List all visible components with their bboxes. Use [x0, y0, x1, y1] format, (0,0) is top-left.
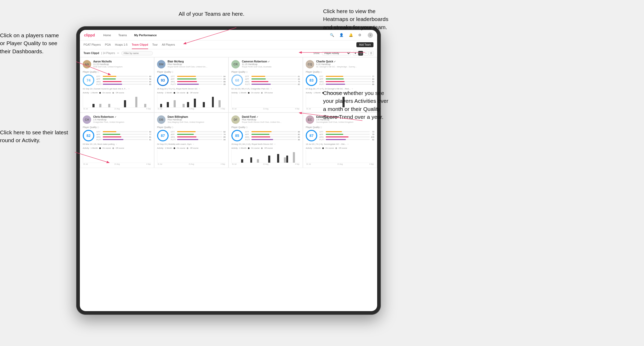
stat-arg-value: 81 [149, 136, 151, 138]
subnav-team-clippd[interactable]: Team Clippd [132, 40, 148, 49]
chart-label-mid: 21 Aug [189, 163, 194, 165]
activity-title: Activity · 1 Month [306, 92, 321, 94]
subnav-pgat[interactable]: PGAT Players [84, 40, 101, 49]
quality-circle[interactable]: 85 [231, 130, 243, 141]
filter-view-btn[interactable]: ▿ [363, 51, 368, 56]
show-select[interactable]: Player Activity Quality Score Trend [322, 51, 351, 55]
chart-labels: 31 Jul 21 Aug 4 Sep [83, 108, 151, 110]
chart-label-mid: 21 Aug [337, 163, 343, 165]
bell-icon[interactable]: 🔔 [349, 33, 353, 37]
quality-section: 83 OTT 77 APP 80 ARG 83 PUTT 86 [306, 74, 374, 86]
stat-app-bar [251, 78, 297, 79]
card-header: DB Dave Billingham Plus Handicap Soq Mag… [157, 115, 226, 124]
stat-arg-label: ARG [245, 136, 250, 138]
player-card-1[interactable]: BM Blair McHarg Plus Handicap Royal Nort… [154, 57, 228, 113]
player-club: Royal North Devon Golf Club, United Kin.… [242, 121, 300, 123]
chart-area [157, 150, 226, 163]
card-info: Blair McHarg Plus Handicap Royal North D… [168, 60, 226, 68]
stat-putt-value: 85 [149, 83, 151, 86]
legend-on-dot [174, 92, 175, 94]
player-avatar: DB [157, 115, 165, 124]
nav-my-performance[interactable]: My Performance [133, 34, 158, 37]
chart-label-start: 31 Jul [232, 163, 236, 165]
filter-input[interactable] [121, 51, 153, 55]
add-team-button[interactable]: Add Team [356, 42, 373, 47]
latest-round[interactable]: 04 Sep 23 | Mobility with coach, Gym → [157, 143, 226, 145]
player-club: St. George's Hill GC - Weybridge - Surre… [316, 66, 374, 68]
player-card-2[interactable]: CR Cameron Robertson ✓ 11.15 Handicap Ro… [228, 57, 303, 113]
player-card-6[interactable]: DF David Ford ✓ Plus Handicap Royal Nort… [228, 113, 303, 168]
player-card-4[interactable]: CH Chris Robertson ✓ 1-5 Handicap Craigm… [80, 113, 154, 168]
edit-icon[interactable]: ✏ [117, 52, 119, 55]
latest-round[interactable]: 03 Mar 23 | 19, Must make putting → [83, 143, 151, 145]
search-icon[interactable]: 🔍 [330, 33, 334, 37]
latest-round[interactable]: 26 Aug 23 | 84 (+12), Royal North Devon … [231, 143, 300, 145]
subnav-tour[interactable]: Tour [152, 40, 158, 49]
stat-app-bar [326, 78, 371, 79]
latest-round[interactable]: 18 Jul 23 | 74 (+4), Sunningdale GC - Ol… [306, 143, 374, 145]
stat-putt-bar [177, 139, 222, 140]
nav-home[interactable]: Home [102, 34, 112, 37]
stat-putt-bar [103, 84, 148, 85]
player-avatar: CR [231, 60, 240, 68]
quality-circle[interactable]: 74 [83, 74, 94, 86]
player-card-5[interactable]: DB Dave Billingham Plus Handicap Soq Mag… [154, 113, 228, 168]
player-name[interactable]: Aaron Nicholls [93, 60, 151, 63]
stat-putt-bar [326, 84, 371, 85]
quality-circle[interactable]: 87 [306, 130, 317, 141]
stat-app-bar [326, 134, 370, 135]
profile-icon[interactable]: 👤 [339, 33, 344, 37]
stat-arg-label: ARG [171, 81, 176, 83]
stat-arg-bar [251, 81, 297, 82]
list-view-btn[interactable]: ☰ [369, 51, 373, 56]
player-club: Sunningdale Golf Club, United Kingdom [316, 121, 374, 123]
stat-putt-label: PUTT [171, 83, 176, 86]
legend-off-dot [187, 92, 188, 94]
legend-off-dot [261, 92, 263, 94]
stat-arg-value: 85 [224, 136, 226, 138]
stat-app-label: APP [96, 78, 102, 80]
stat-putt-bar [251, 84, 297, 85]
quality-circle[interactable]: 93 [157, 74, 169, 86]
settings-icon[interactable]: ⚙ [358, 33, 362, 37]
quality-circle[interactable]: 82 [83, 130, 94, 141]
subnav-pga[interactable]: PGA [105, 40, 111, 49]
team-count: | 14 Players [101, 52, 115, 55]
quality-circle[interactable]: 83 [306, 74, 317, 86]
quality-circle[interactable]: 87 [157, 130, 169, 141]
quality-circle[interactable]: 68 [231, 74, 243, 86]
player-name[interactable]: Chris Robertson ✓ [93, 115, 151, 118]
activity-header: Activity · 1 Month On course Off course [83, 147, 151, 149]
grid-view-btn[interactable]: ■ [353, 51, 358, 56]
stat-arg-bar [326, 81, 371, 82]
stat-putt-label: PUTT [245, 83, 250, 86]
stat-ott-bar [177, 76, 222, 77]
card-info: Cameron Robertson ✓ 11.15 Handicap Royal… [242, 60, 300, 68]
card-view-btn[interactable]: ◫ [358, 51, 363, 56]
player-name[interactable]: Blair McHarg [168, 60, 226, 63]
round-text: 03 Mar 23 | 19, Must make putting → [83, 143, 117, 145]
latest-round[interactable]: 26 Aug 23 | 73 (+1), Royal North Devon G… [157, 88, 226, 90]
latest-round[interactable]: 02 Sep 23 | Sunset round to get back int… [83, 88, 151, 90]
annotation-teams: All of your Teams are here. [179, 10, 245, 18]
subnav-hcaps[interactable]: Hcaps 1-5 [115, 40, 128, 49]
subnav-all-players[interactable]: All Players [162, 40, 175, 49]
round-text: 18 Jul 23 | 74 (+4), Sunningdale GC - Ol… [306, 143, 349, 145]
view-icons: ■ ◫ ▿ ☰ [353, 51, 373, 56]
player-name[interactable]: Cameron Robertson ✓ [242, 60, 300, 63]
stat-putt-value: 91 [149, 139, 151, 141]
nav-teams[interactable]: Teams [117, 34, 128, 37]
chart-area [83, 94, 151, 108]
avatar-icon[interactable]: ▾ [368, 33, 373, 38]
sub-nav: PGAT Players PGA Hcaps 1-5 Team Clippd T… [80, 40, 377, 49]
player-name[interactable]: Dave Billingham [168, 115, 226, 118]
player-name[interactable]: David Ford ✓ [242, 115, 300, 118]
quality-section: 74 OTT 60 APP 58 ARG 84 PUTT 85 [83, 74, 151, 86]
stat-app-value: 79 [371, 133, 374, 136]
player-card-0[interactable]: AN Aaron Nicholls 11.15 Handicap Drift G… [80, 57, 154, 113]
latest-round[interactable]: 02 Jul 23 | 59 (+17), Craigmillar Park G… [231, 88, 300, 90]
player-name[interactable]: Charlie Quick ✓ [316, 60, 374, 63]
stat-ott-bar [251, 131, 297, 132]
stat-ott-value: 77 [372, 75, 374, 78]
player-avatar: CQ [306, 60, 314, 68]
